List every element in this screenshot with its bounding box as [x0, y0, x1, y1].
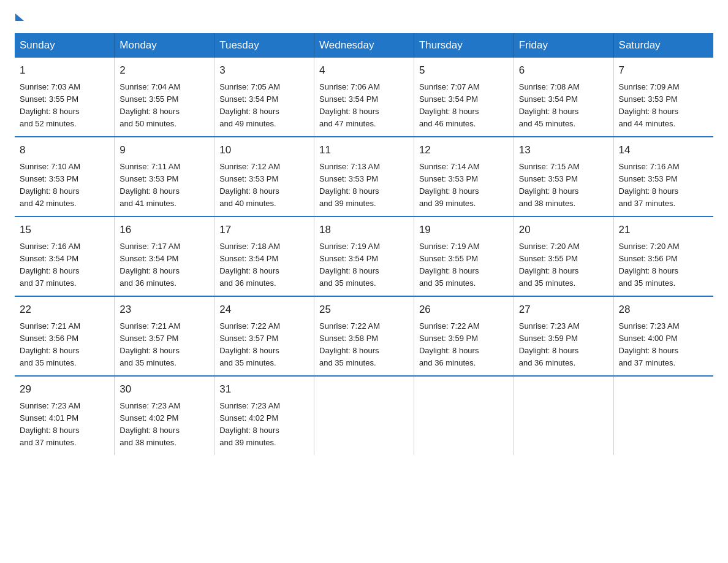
table-cell: 19Sunrise: 7:19 AMSunset: 3:55 PMDayligh… — [414, 216, 514, 296]
day-info: Sunrise: 7:19 AMSunset: 3:54 PMDaylight:… — [319, 240, 409, 290]
day-info: Sunrise: 7:08 AMSunset: 3:54 PMDaylight:… — [519, 81, 609, 131]
weekday-header-row: SundayMondayTuesdayWednesdayThursdayFrid… — [15, 33, 713, 58]
calendar-header: SundayMondayTuesdayWednesdayThursdayFrid… — [15, 33, 713, 58]
table-cell: 15Sunrise: 7:16 AMSunset: 3:54 PMDayligh… — [15, 216, 115, 296]
table-cell: 18Sunrise: 7:19 AMSunset: 3:54 PMDayligh… — [314, 216, 414, 296]
day-number: 8 — [20, 142, 109, 158]
week-row-3: 15Sunrise: 7:16 AMSunset: 3:54 PMDayligh… — [15, 216, 713, 296]
table-cell: 22Sunrise: 7:21 AMSunset: 3:56 PMDayligh… — [15, 296, 115, 376]
day-number: 15 — [20, 222, 109, 238]
day-number: 6 — [519, 63, 609, 79]
table-cell: 2Sunrise: 7:04 AMSunset: 3:55 PMDaylight… — [115, 58, 214, 137]
table-cell: 8Sunrise: 7:10 AMSunset: 3:53 PMDaylight… — [15, 137, 115, 216]
day-number: 2 — [119, 63, 209, 79]
table-cell: 24Sunrise: 7:22 AMSunset: 3:57 PMDayligh… — [214, 296, 314, 376]
weekday-header-saturday: Saturday — [613, 33, 713, 58]
table-cell: 16Sunrise: 7:17 AMSunset: 3:54 PMDayligh… — [115, 216, 214, 296]
day-info: Sunrise: 7:23 AMSunset: 3:59 PMDaylight:… — [519, 320, 609, 370]
day-info: Sunrise: 7:04 AMSunset: 3:55 PMDaylight:… — [119, 81, 209, 131]
table-cell: 9Sunrise: 7:11 AMSunset: 3:53 PMDaylight… — [115, 137, 214, 216]
logo — [15, 15, 24, 21]
day-info: Sunrise: 7:15 AMSunset: 3:53 PMDaylight:… — [519, 161, 609, 210]
table-cell: 1Sunrise: 7:03 AMSunset: 3:55 PMDaylight… — [15, 58, 115, 137]
week-row-5: 29Sunrise: 7:23 AMSunset: 4:01 PMDayligh… — [15, 376, 713, 455]
day-info: Sunrise: 7:05 AMSunset: 3:54 PMDaylight:… — [219, 81, 309, 131]
day-number: 24 — [219, 302, 309, 318]
day-info: Sunrise: 7:16 AMSunset: 3:54 PMDaylight:… — [20, 240, 109, 290]
day-info: Sunrise: 7:21 AMSunset: 3:57 PMDaylight:… — [119, 320, 209, 370]
calendar-table: SundayMondayTuesdayWednesdayThursdayFrid… — [15, 33, 713, 455]
weekday-header-thursday: Thursday — [414, 33, 514, 58]
day-number: 23 — [119, 302, 209, 318]
day-info: Sunrise: 7:17 AMSunset: 3:54 PMDaylight:… — [119, 240, 209, 290]
table-cell — [613, 376, 713, 455]
table-cell — [514, 376, 613, 455]
table-cell: 17Sunrise: 7:18 AMSunset: 3:54 PMDayligh… — [214, 216, 314, 296]
day-info: Sunrise: 7:23 AMSunset: 4:01 PMDaylight:… — [20, 400, 109, 450]
weekday-header-friday: Friday — [514, 33, 613, 58]
day-number: 31 — [219, 381, 309, 397]
day-info: Sunrise: 7:20 AMSunset: 3:55 PMDaylight:… — [519, 240, 609, 290]
day-number: 12 — [419, 142, 509, 158]
day-info: Sunrise: 7:07 AMSunset: 3:54 PMDaylight:… — [419, 81, 509, 131]
table-cell — [314, 376, 414, 455]
day-number: 21 — [619, 222, 708, 238]
day-info: Sunrise: 7:14 AMSunset: 3:53 PMDaylight:… — [419, 161, 509, 210]
table-cell: 5Sunrise: 7:07 AMSunset: 3:54 PMDaylight… — [414, 58, 514, 137]
day-number: 18 — [319, 222, 409, 238]
day-info: Sunrise: 7:13 AMSunset: 3:53 PMDaylight:… — [319, 161, 409, 210]
table-cell: 28Sunrise: 7:23 AMSunset: 4:00 PMDayligh… — [613, 296, 713, 376]
day-number: 25 — [319, 302, 409, 318]
day-info: Sunrise: 7:18 AMSunset: 3:54 PMDaylight:… — [219, 240, 309, 290]
table-cell: 29Sunrise: 7:23 AMSunset: 4:01 PMDayligh… — [15, 376, 115, 455]
day-number: 17 — [219, 222, 309, 238]
day-number: 29 — [20, 381, 109, 397]
day-number: 7 — [619, 63, 708, 79]
table-cell: 11Sunrise: 7:13 AMSunset: 3:53 PMDayligh… — [314, 137, 414, 216]
day-info: Sunrise: 7:11 AMSunset: 3:53 PMDaylight:… — [119, 161, 209, 210]
day-number: 20 — [519, 222, 609, 238]
page-header — [15, 15, 713, 21]
day-info: Sunrise: 7:23 AMSunset: 4:00 PMDaylight:… — [619, 320, 708, 370]
day-number: 19 — [419, 222, 509, 238]
table-cell: 6Sunrise: 7:08 AMSunset: 3:54 PMDaylight… — [514, 58, 613, 137]
day-number: 22 — [20, 302, 109, 318]
table-cell: 14Sunrise: 7:16 AMSunset: 3:53 PMDayligh… — [613, 137, 713, 216]
table-cell: 13Sunrise: 7:15 AMSunset: 3:53 PMDayligh… — [514, 137, 613, 216]
table-cell: 10Sunrise: 7:12 AMSunset: 3:53 PMDayligh… — [214, 137, 314, 216]
table-cell: 3Sunrise: 7:05 AMSunset: 3:54 PMDaylight… — [214, 58, 314, 137]
day-info: Sunrise: 7:22 AMSunset: 3:58 PMDaylight:… — [319, 320, 409, 370]
day-info: Sunrise: 7:16 AMSunset: 3:53 PMDaylight:… — [619, 161, 708, 210]
day-number: 13 — [519, 142, 609, 158]
day-info: Sunrise: 7:03 AMSunset: 3:55 PMDaylight:… — [20, 81, 109, 131]
day-number: 4 — [319, 63, 409, 79]
table-cell: 12Sunrise: 7:14 AMSunset: 3:53 PMDayligh… — [414, 137, 514, 216]
day-number: 16 — [119, 222, 209, 238]
week-row-2: 8Sunrise: 7:10 AMSunset: 3:53 PMDaylight… — [15, 137, 713, 216]
week-row-1: 1Sunrise: 7:03 AMSunset: 3:55 PMDaylight… — [15, 58, 713, 137]
day-number: 5 — [419, 63, 509, 79]
day-info: Sunrise: 7:19 AMSunset: 3:55 PMDaylight:… — [419, 240, 509, 290]
day-info: Sunrise: 7:06 AMSunset: 3:54 PMDaylight:… — [319, 81, 409, 131]
day-number: 30 — [119, 381, 209, 397]
day-info: Sunrise: 7:12 AMSunset: 3:53 PMDaylight:… — [219, 161, 309, 210]
day-number: 11 — [319, 142, 409, 158]
table-cell: 21Sunrise: 7:20 AMSunset: 3:56 PMDayligh… — [613, 216, 713, 296]
table-cell: 31Sunrise: 7:23 AMSunset: 4:02 PMDayligh… — [214, 376, 314, 455]
day-info: Sunrise: 7:23 AMSunset: 4:02 PMDaylight:… — [219, 400, 309, 450]
day-info: Sunrise: 7:21 AMSunset: 3:56 PMDaylight:… — [20, 320, 109, 370]
day-number: 1 — [20, 63, 109, 79]
day-info: Sunrise: 7:10 AMSunset: 3:53 PMDaylight:… — [20, 161, 109, 210]
week-row-4: 22Sunrise: 7:21 AMSunset: 3:56 PMDayligh… — [15, 296, 713, 376]
table-cell: 20Sunrise: 7:20 AMSunset: 3:55 PMDayligh… — [514, 216, 613, 296]
weekday-header-sunday: Sunday — [15, 33, 115, 58]
day-number: 28 — [619, 302, 708, 318]
table-cell: 26Sunrise: 7:22 AMSunset: 3:59 PMDayligh… — [414, 296, 514, 376]
table-cell: 7Sunrise: 7:09 AMSunset: 3:53 PMDaylight… — [613, 58, 713, 137]
day-info: Sunrise: 7:22 AMSunset: 3:57 PMDaylight:… — [219, 320, 309, 370]
weekday-header-tuesday: Tuesday — [214, 33, 314, 58]
weekday-header-wednesday: Wednesday — [314, 33, 414, 58]
day-info: Sunrise: 7:09 AMSunset: 3:53 PMDaylight:… — [619, 81, 708, 131]
weekday-header-monday: Monday — [115, 33, 214, 58]
day-info: Sunrise: 7:22 AMSunset: 3:59 PMDaylight:… — [419, 320, 509, 370]
